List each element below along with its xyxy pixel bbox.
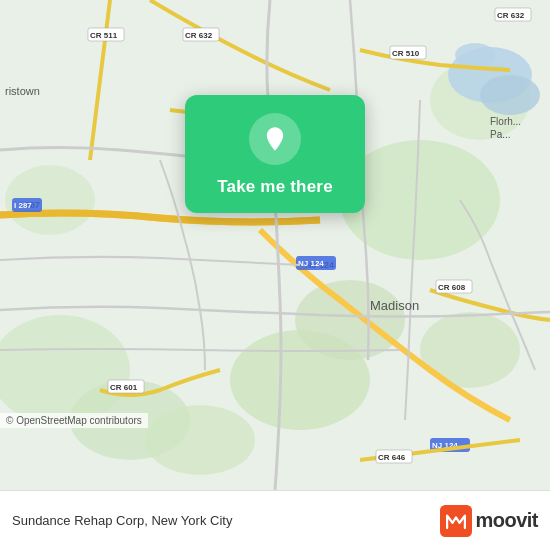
svg-point-12: [455, 43, 495, 67]
svg-text:Madison: Madison: [370, 298, 419, 313]
svg-point-11: [480, 75, 540, 115]
svg-text:CR 632: CR 632: [497, 11, 525, 20]
svg-text:CR 646: CR 646: [378, 453, 406, 462]
svg-text:ristown: ristown: [5, 85, 40, 97]
svg-point-6: [145, 405, 255, 475]
svg-text:NJ 124: NJ 124: [298, 259, 324, 268]
pin-icon-wrapper: [249, 113, 301, 165]
svg-text:I 287: I 287: [14, 201, 32, 210]
location-name: Sundance Rehap Corp, New York City: [12, 513, 430, 528]
location-pin-icon: [261, 125, 289, 153]
moovit-m-icon: [440, 505, 472, 537]
svg-rect-42: [440, 505, 472, 537]
svg-text:CR 511: CR 511: [90, 31, 118, 40]
svg-point-8: [295, 280, 405, 360]
svg-text:Pa...: Pa...: [490, 129, 511, 140]
moovit-brand-text: moovit: [475, 509, 538, 532]
footer-bar: Sundance Rehap Corp, New York City moovi…: [0, 490, 550, 550]
map-container: I 287 I 287 NJ 124 NJ 124 NJ 124 CR 511 …: [0, 0, 550, 490]
svg-text:Florh...: Florh...: [490, 116, 521, 127]
take-me-there-button[interactable]: Take me there: [217, 177, 333, 197]
moovit-logo: moovit: [440, 505, 538, 537]
svg-text:CR 608: CR 608: [438, 283, 466, 292]
location-card[interactable]: Take me there: [185, 95, 365, 213]
svg-text:CR 601: CR 601: [110, 383, 138, 392]
svg-text:CR 510: CR 510: [392, 49, 420, 58]
copyright-notice: © OpenStreetMap contributors: [0, 413, 148, 428]
svg-text:CR 632: CR 632: [185, 31, 213, 40]
